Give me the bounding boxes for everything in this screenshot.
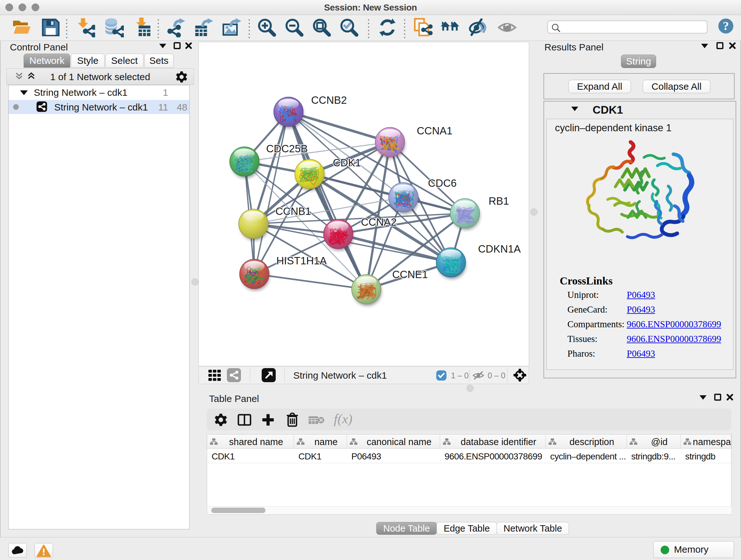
tab-edge-table[interactable]: Edge Table [436, 522, 497, 535]
zoom-fit-button[interactable] [312, 17, 332, 39]
network-options-gear-icon[interactable] [175, 71, 188, 84]
network-node-CDKN1A[interactable]: CDKN1A [436, 243, 521, 279]
network-edge-CCNB2-HIST1H1A[interactable] [254, 112, 288, 274]
horizontal-splitter-handle[interactable] [467, 385, 474, 392]
table-cell[interactable]: P06493 [351, 451, 381, 462]
tab-network[interactable]: Network [23, 54, 70, 68]
cloud-button[interactable] [8, 543, 27, 558]
hide-labels-button[interactable] [468, 17, 488, 39]
zoom-in-button[interactable] [257, 17, 277, 39]
column-header-namespace[interactable]: namespace [681, 435, 732, 449]
table-row[interactable]: CDK1CDK1P064939606.ENSP00000378699cyclin… [207, 449, 731, 463]
column-header--id[interactable]: @id [627, 435, 681, 449]
help-button[interactable]: ? [718, 18, 733, 34]
network-collection-row[interactable]: String Network – cdk11 [9, 86, 189, 100]
refresh-layout-button[interactable] [378, 17, 397, 39]
string-home-button[interactable] [440, 17, 460, 39]
table-cell[interactable]: stringdb:9... [631, 451, 676, 462]
import-network-from-database-button[interactable] [104, 17, 124, 39]
column-header-name[interactable]: name [294, 435, 347, 449]
network-canvas[interactable]: CCNB2CCNA1CDC25BCDK1CDC6RB1CCNB1CCNA2CDK… [199, 42, 529, 366]
crosslink-value-link[interactable]: P06493 [627, 290, 655, 300]
node-label-CCNB2: CCNB2 [311, 94, 347, 106]
protein-section-header[interactable]: CDK1 [544, 102, 736, 119]
crosslink-value-link[interactable]: 9606.ENSP00000378699 [627, 334, 721, 344]
crosslink-value-link[interactable]: 9606.ENSP00000378699 [627, 319, 721, 329]
network-node-HIST1H1A[interactable]: HIST1H1A [240, 255, 327, 291]
table-hscrollbar[interactable] [207, 506, 731, 514]
export-network-button[interactable] [166, 17, 186, 39]
column-header-shared-name[interactable]: shared name [207, 435, 294, 449]
birds-eye-toggle-icon[interactable] [514, 369, 526, 383]
open-session-button[interactable] [12, 17, 31, 39]
birds-eye-grid-icon[interactable] [208, 368, 222, 384]
tab-sets[interactable]: Sets [144, 54, 174, 68]
tab-node-table[interactable]: Node Table [376, 522, 437, 535]
network-edge-CCNB2-CCNA1[interactable] [288, 112, 390, 142]
table-settings-gear-icon[interactable] [214, 413, 228, 428]
table-hscrollbar-thumb[interactable] [211, 508, 266, 513]
hidden-eye-icon[interactable] [472, 370, 485, 382]
open-in-window-icon[interactable] [262, 368, 276, 382]
selected-checkbox-icon[interactable] [436, 370, 447, 381]
add-column-icon[interactable] [261, 413, 275, 428]
split-table-icon[interactable] [238, 413, 252, 428]
tab-network-table[interactable]: Network Table [496, 522, 569, 535]
copy-network-button[interactable] [413, 17, 433, 39]
tab-select[interactable]: Select [105, 54, 144, 68]
collapse-all-button[interactable]: Collapse All [643, 80, 711, 93]
table-cell[interactable]: stringdb [685, 451, 716, 462]
protein-collapse-icon[interactable] [571, 107, 578, 111]
network-node-CCNB2[interactable]: CCNB2 [274, 94, 347, 128]
left-splitter-handle[interactable] [192, 278, 199, 286]
crosslink-value-link[interactable]: P06493 [627, 304, 655, 315]
share-network-icon[interactable] [227, 368, 241, 382]
tab-style[interactable]: Style [71, 54, 105, 68]
column-header-canonical-name[interactable]: canonical name [347, 435, 440, 449]
table-header-row: shared namenamecanonical namedatabase id… [207, 435, 731, 449]
function-builder-fx[interactable]: f(x) [334, 411, 352, 427]
network-node-RB1[interactable]: RB1 [450, 195, 509, 230]
table-cell[interactable]: CDK1 [212, 451, 234, 462]
control-panel-menu-icon[interactable] [159, 44, 166, 48]
column-header-description[interactable]: description [546, 435, 627, 449]
control-panel-close-icon[interactable] [185, 42, 192, 49]
zoom-out-button[interactable] [284, 17, 304, 39]
table-cell[interactable]: 9606.ENSP00000378699 [445, 451, 542, 462]
results-panel-float-icon[interactable] [717, 42, 724, 49]
crosslink-value-link[interactable]: P06493 [627, 348, 655, 359]
control-panel-float-icon[interactable] [174, 42, 181, 49]
zoom-selected-button[interactable] [339, 17, 359, 39]
network-node-CCNE1[interactable]: CCNE1 [352, 268, 428, 306]
search-input[interactable] [563, 22, 705, 33]
export-table-button[interactable] [194, 17, 214, 39]
show-eye-button[interactable] [497, 17, 517, 39]
warning-button[interactable] [35, 543, 53, 558]
network-row[interactable]: String Network – cdk11148 [9, 100, 189, 114]
network-edge-HIST1H1A-CCNE1[interactable] [254, 274, 366, 289]
collection-label: String Network – cdk1 [34, 87, 127, 98]
table-panel-close-icon[interactable] [726, 394, 733, 401]
delete-column-trash-icon[interactable] [285, 412, 299, 429]
results-panel-close-icon[interactable] [729, 42, 736, 49]
status-bar: Memory [0, 537, 741, 560]
import-table-from-file-button[interactable] [132, 17, 152, 39]
import-network-from-file-button[interactable] [75, 17, 95, 39]
string-network-graph[interactable]: CCNB2CCNA1CDC25BCDK1CDC6RB1CCNB1CCNA2CDK… [199, 42, 529, 366]
expand-all-button[interactable]: Expand All [568, 80, 631, 93]
network-node-CCNA1[interactable]: CCNA1 [375, 125, 453, 159]
results-panel-menu-icon[interactable] [701, 44, 708, 48]
export-image-button[interactable] [222, 17, 242, 39]
right-splitter-handle[interactable] [530, 208, 537, 215]
table-cell[interactable]: cyclin–dependent ... [550, 451, 626, 462]
column-header-database-identifier[interactable]: database identifier [440, 435, 546, 449]
delete-table-icon[interactable] [308, 415, 325, 426]
tab-string[interactable]: String [621, 55, 656, 68]
table-cell[interactable]: CDK1 [298, 451, 321, 462]
memory-button[interactable]: Memory [653, 541, 734, 558]
table-panel-float-icon[interactable] [714, 394, 721, 401]
search-box[interactable] [547, 20, 708, 34]
table-panel-menu-icon[interactable] [699, 395, 706, 400]
collection-expand-icon[interactable] [20, 90, 28, 95]
save-session-button[interactable] [41, 17, 61, 39]
